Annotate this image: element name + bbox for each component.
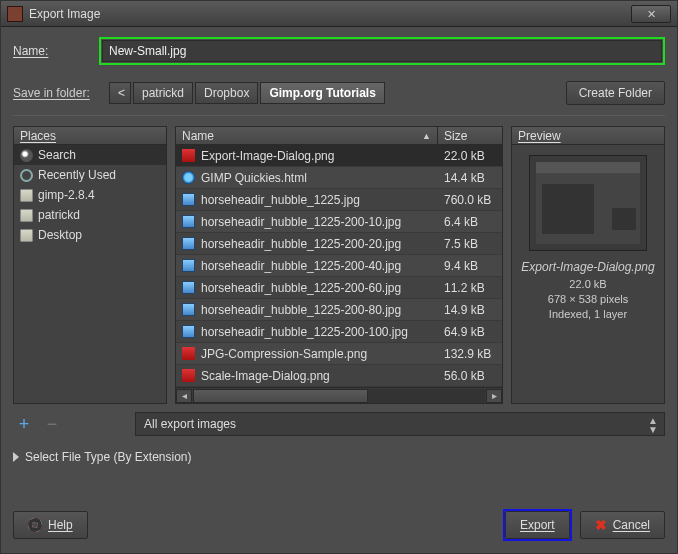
file-row[interactable]: horseheadir_hubble_1225-200-60.jpg11.2 k…	[176, 277, 502, 299]
file-row[interactable]: GIMP Quickies.html14.4 kB	[176, 167, 502, 189]
places-item-label: patrickd	[38, 208, 80, 222]
file-name: horseheadir_hubble_1225-200-40.jpg	[201, 259, 401, 273]
file-type-icon	[182, 303, 195, 316]
preview-filename: Export-Image-Dialog.png	[512, 257, 664, 277]
export-button[interactable]: Export	[505, 511, 570, 539]
folder-icon	[20, 229, 33, 242]
preview-dimensions: 678 × 538 pixels	[512, 292, 664, 307]
breadcrumb-dropbox[interactable]: Dropbox	[195, 82, 258, 104]
places-item-label: gimp-2.8.4	[38, 188, 95, 202]
file-row[interactable]: horseheadir_hubble_1225-200-80.jpg14.9 k…	[176, 299, 502, 321]
file-size: 14.9 kB	[438, 303, 502, 317]
file-size: 7.5 kB	[438, 237, 502, 251]
file-size: 56.0 kB	[438, 369, 502, 383]
file-row[interactable]: JPG-Compression-Sample.png132.9 kB	[176, 343, 502, 365]
cancel-label: Cancel	[613, 518, 650, 532]
file-filter-combo[interactable]: All export images ▲▼	[135, 412, 665, 436]
places-item[interactable]: Search	[14, 145, 166, 165]
filename-input[interactable]	[102, 40, 662, 62]
file-name: horseheadir_hubble_1225-200-100.jpg	[201, 325, 408, 339]
remove-bookmark-button: −	[43, 414, 61, 435]
file-row[interactable]: Scale-Image-Dialog.png56.0 kB	[176, 365, 502, 387]
export-label: Export	[520, 518, 555, 532]
file-size: 132.9 kB	[438, 347, 502, 361]
name-row: Name:	[13, 37, 665, 65]
places-item[interactable]: patrickd	[14, 205, 166, 225]
folder-icon	[20, 209, 33, 222]
preview-size: 22.0 kB	[512, 277, 664, 292]
file-row[interactable]: Export-Image-Dialog.png22.0 kB	[176, 145, 502, 167]
file-size: 14.4 kB	[438, 171, 502, 185]
file-type-icon	[182, 215, 195, 228]
file-size: 6.4 kB	[438, 215, 502, 229]
file-type-icon	[182, 325, 195, 338]
places-item-label: Search	[38, 148, 76, 162]
file-row[interactable]: horseheadir_hubble_1225-200-40.jpg9.4 kB	[176, 255, 502, 277]
titlebar: Export Image ✕	[1, 1, 677, 27]
scrollbar-track[interactable]	[193, 389, 485, 403]
file-row[interactable]: horseheadir_hubble_1225.jpg760.0 kB	[176, 189, 502, 211]
places-item[interactable]: Desktop	[14, 225, 166, 245]
places-item[interactable]: Recently Used	[14, 165, 166, 185]
cancel-button[interactable]: ✖ Cancel	[580, 511, 665, 539]
breadcrumb-back-button[interactable]: <	[109, 82, 131, 104]
file-list-panel: Name▲ Size Export-Image-Dialog.png22.0 k…	[175, 126, 503, 404]
scroll-right-icon[interactable]: ▸	[486, 389, 502, 403]
file-row[interactable]: horseheadir_hubble_1225-200-10.jpg6.4 kB	[176, 211, 502, 233]
file-name: horseheadir_hubble_1225.jpg	[201, 193, 360, 207]
column-name-header[interactable]: Name▲	[176, 127, 438, 144]
places-item-label: Recently Used	[38, 168, 116, 182]
file-type-icon	[182, 149, 195, 162]
file-name: JPG-Compression-Sample.png	[201, 347, 367, 361]
scrollbar-thumb[interactable]	[193, 389, 368, 403]
file-size: 11.2 kB	[438, 281, 502, 295]
file-name: horseheadir_hubble_1225-200-60.jpg	[201, 281, 401, 295]
footer: Help Export ✖ Cancel	[13, 509, 665, 541]
name-input-highlight	[99, 37, 665, 65]
file-type-expander[interactable]: Select File Type (By Extension)	[13, 450, 665, 464]
places-header: Places	[14, 127, 166, 145]
file-type-label: Select File Type (By Extension)	[25, 450, 192, 464]
file-size: 22.0 kB	[438, 149, 502, 163]
add-bookmark-button[interactable]: +	[13, 414, 35, 435]
file-row[interactable]: horseheadir_hubble_1225-200-100.jpg64.9 …	[176, 321, 502, 343]
file-list[interactable]: Export-Image-Dialog.png22.0 kBGIMP Quick…	[176, 145, 502, 387]
file-row[interactable]: horseheadir_hubble_1225-200-20.jpg7.5 kB	[176, 233, 502, 255]
search-icon	[20, 149, 33, 162]
window-close-button[interactable]: ✕	[631, 5, 671, 23]
recent-icon	[20, 169, 33, 182]
scroll-left-icon[interactable]: ◂	[176, 389, 192, 403]
file-type-icon	[182, 259, 195, 272]
breadcrumb-patrickd[interactable]: patrickd	[133, 82, 193, 104]
preview-thumbnail	[529, 155, 647, 251]
file-name: horseheadir_hubble_1225-200-10.jpg	[201, 215, 401, 229]
window-title: Export Image	[29, 7, 631, 21]
app-icon	[7, 6, 23, 22]
save-folder-row: Save in folder: < patrickd Dropbox Gimp.…	[13, 81, 665, 105]
dropdown-arrows-icon: ▲▼	[648, 416, 658, 434]
file-name: Export-Image-Dialog.png	[201, 149, 334, 163]
folder-icon	[20, 189, 33, 202]
export-image-dialog: { "title": "Export Image", "name_label":…	[0, 0, 678, 554]
cancel-x-icon: ✖	[595, 517, 607, 533]
sort-ascending-icon: ▲	[422, 131, 431, 141]
file-size: 9.4 kB	[438, 259, 502, 273]
save-folder-label: Save in folder:	[13, 86, 109, 100]
column-size-header[interactable]: Size	[438, 127, 502, 144]
file-name: GIMP Quickies.html	[201, 171, 307, 185]
file-size: 64.9 kB	[438, 325, 502, 339]
file-type-icon	[182, 171, 195, 184]
file-filter-value: All export images	[144, 417, 236, 431]
expand-triangle-icon	[13, 452, 19, 462]
file-type-icon	[182, 237, 195, 250]
places-panel: Places SearchRecently Usedgimp-2.8.4patr…	[13, 126, 167, 404]
create-folder-button[interactable]: Create Folder	[566, 81, 665, 105]
divider	[13, 115, 665, 116]
file-name: horseheadir_hubble_1225-200-20.jpg	[201, 237, 401, 251]
file-size: 760.0 kB	[438, 193, 502, 207]
places-item[interactable]: gimp-2.8.4	[14, 185, 166, 205]
horizontal-scrollbar[interactable]: ◂ ▸	[176, 387, 502, 403]
help-button[interactable]: Help	[13, 511, 88, 539]
file-type-icon	[182, 193, 195, 206]
breadcrumb-gimp-tutorials[interactable]: Gimp.org Tutorials	[260, 82, 384, 104]
